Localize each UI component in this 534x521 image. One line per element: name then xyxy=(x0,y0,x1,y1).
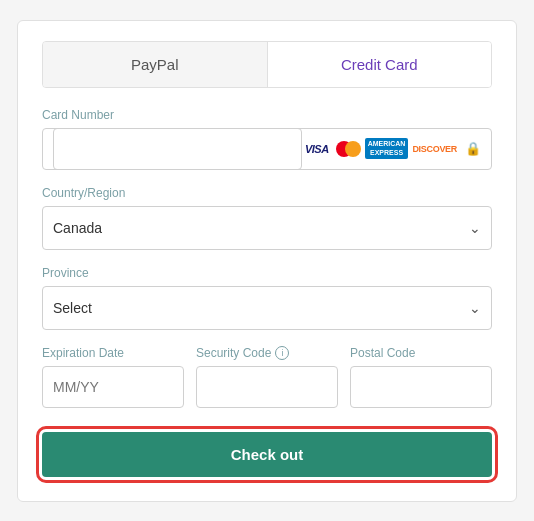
country-label: Country/Region xyxy=(42,186,492,200)
postal-label: Postal Code xyxy=(350,346,492,360)
card-number-input[interactable] xyxy=(53,128,302,170)
card-number-label: Card Number xyxy=(42,108,492,122)
card-number-group: Card Number VISA AMERICANEXPRESS DISCOVE… xyxy=(42,108,492,170)
payment-tabs: PayPal Credit Card xyxy=(42,41,492,88)
lock-icon: 🔒 xyxy=(465,141,481,156)
expiration-label: Expiration Date xyxy=(42,346,184,360)
country-select-wrapper: Canada United States United Kingdom Aust… xyxy=(42,206,492,250)
security-label-row: Security Code i xyxy=(196,346,338,360)
province-label: Province xyxy=(42,266,492,280)
province-select[interactable]: Select Alberta British Columbia Ontario … xyxy=(43,287,491,329)
expiration-group: Expiration Date xyxy=(42,346,184,408)
checkout-button[interactable]: Check out xyxy=(42,432,492,477)
discover-icon: DISCOVER xyxy=(412,144,457,154)
postal-input[interactable] xyxy=(350,366,492,408)
bottom-fields-row: Expiration Date Security Code i Postal C… xyxy=(42,346,492,424)
country-select[interactable]: Canada United States United Kingdom Aust… xyxy=(43,207,491,249)
security-group: Security Code i xyxy=(196,346,338,408)
mastercard-icon xyxy=(336,141,361,157)
visa-icon: VISA xyxy=(302,141,332,157)
postal-group: Postal Code xyxy=(350,346,492,408)
province-group: Province Select Alberta British Columbia… xyxy=(42,266,492,330)
country-group: Country/Region Canada United States Unit… xyxy=(42,186,492,250)
card-brand-icons: VISA AMERICANEXPRESS DISCOVER 🔒 xyxy=(302,138,481,159)
security-info-icon[interactable]: i xyxy=(275,346,289,360)
security-input[interactable] xyxy=(196,366,338,408)
card-number-input-wrapper: VISA AMERICANEXPRESS DISCOVER 🔒 xyxy=(42,128,492,170)
amex-icon: AMERICANEXPRESS xyxy=(365,138,409,159)
province-select-wrapper: Select Alberta British Columbia Ontario … xyxy=(42,286,492,330)
security-label: Security Code xyxy=(196,346,271,360)
tab-paypal[interactable]: PayPal xyxy=(43,42,267,87)
tab-credit-card[interactable]: Credit Card xyxy=(267,42,492,87)
expiration-input[interactable] xyxy=(42,366,184,408)
payment-card: PayPal Credit Card Card Number VISA AMER… xyxy=(17,20,517,502)
